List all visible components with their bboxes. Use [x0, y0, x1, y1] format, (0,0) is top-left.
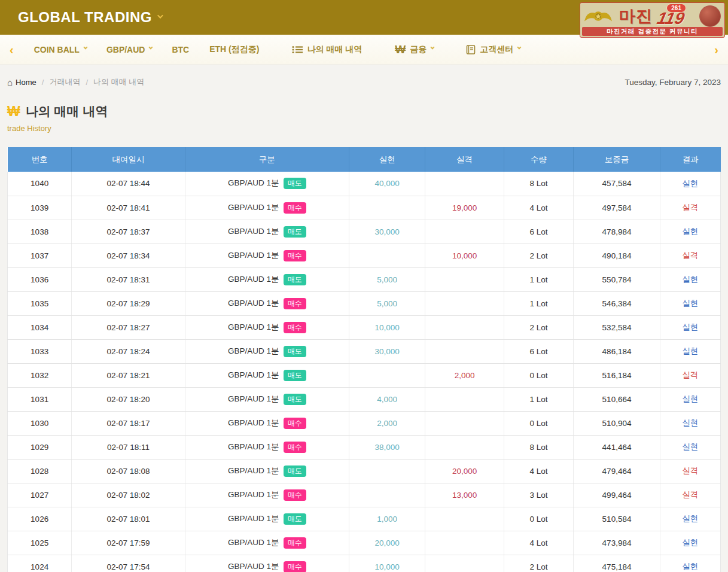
cell-realized [349, 459, 425, 483]
brand-menu[interactable]: GLOBAL TRADING [18, 9, 162, 26]
cell-datetime: 02-07 17:54 [72, 555, 185, 572]
product-label: GBP/AUD 1분 [228, 227, 279, 236]
table-row: 103902-07 18:41GBP/AUD 1분매수19,0004 Lot49… [8, 196, 721, 220]
cell-product: GBP/AUD 1분매도 [185, 339, 349, 363]
cell-quantity: 1 Lot [504, 267, 574, 291]
sell-badge: 매도 [284, 346, 306, 357]
trade-table-body: 104002-07 18:44GBP/AUD 1분매도40,0008 Lot45… [8, 172, 721, 572]
cell-result: 실격 [660, 483, 720, 507]
table-row: 103602-07 18:31GBP/AUD 1분매도5,0001 Lot550… [8, 267, 721, 291]
nav-item-label: ETH (점검중) [209, 44, 259, 55]
cell-datetime: 02-07 18:20 [72, 387, 185, 411]
col-header-result: 결과 [660, 147, 720, 172]
table-row: 103802-07 18:37GBP/AUD 1분매도30,0006 Lot47… [8, 220, 721, 244]
cell-datetime: 02-07 18:02 [72, 483, 185, 507]
nav-item-trade-history[interactable]: 나의 매매 내역 [292, 44, 362, 55]
cell-deposit: 499,464 [574, 483, 660, 507]
cell-deposit: 441,464 [574, 435, 660, 459]
breadcrumb-separator: / [86, 78, 88, 87]
cell-realized [349, 483, 425, 507]
nav-scroll-left-icon[interactable]: ‹ [7, 44, 16, 56]
table-row: 103402-07 18:27GBP/AUD 1분매수10,0002 Lot53… [8, 315, 721, 339]
cell-result: 실현 [660, 339, 720, 363]
chevron-down-icon [431, 45, 435, 50]
cell-no: 1034 [8, 315, 72, 339]
cell-datetime: 02-07 18:31 [72, 267, 185, 291]
cell-disqualified [425, 172, 504, 196]
nav-item-btc[interactable]: BTC [172, 45, 189, 54]
buy-badge: 매수 [284, 442, 306, 453]
cell-no: 1036 [8, 267, 72, 291]
cell-deposit: 497,584 [574, 196, 660, 220]
cell-product: GBP/AUD 1분매수 [185, 196, 349, 220]
cell-no: 1031 [8, 387, 72, 411]
cell-no: 1033 [8, 339, 72, 363]
col-header-no: 번호 [8, 147, 72, 172]
main-nav: ‹ COIN BALL GBP/AUD BTC ETH (점검중) 나의 매매 … [0, 35, 728, 65]
nav-item-gbpaud[interactable]: GBP/AUD [106, 45, 152, 54]
cell-quantity: 3 Lot [504, 483, 574, 507]
chevron-down-icon [83, 45, 87, 50]
cell-realized: 38,000 [349, 435, 425, 459]
cell-quantity: 8 Lot [504, 172, 574, 196]
promo-banner[interactable]: 마진 119 261 마진거래 검증전문 커뮤니티 [580, 2, 725, 38]
cell-realized: 10,000 [349, 315, 425, 339]
cell-quantity: 6 Lot [504, 339, 574, 363]
cell-no: 1026 [8, 507, 72, 531]
buy-badge: 매수 [284, 537, 306, 549]
cell-result: 실현 [660, 387, 720, 411]
cell-datetime: 02-07 18:24 [72, 339, 185, 363]
cell-result: 실현 [660, 507, 720, 531]
trade-table-wrap: 번호 대여일시 구분 실현 실격 수량 보증금 결과 104002-07 18:… [0, 133, 728, 572]
sell-badge: 매도 [284, 394, 306, 405]
sell-badge: 매도 [284, 178, 306, 189]
cell-deposit: 475,184 [574, 555, 660, 572]
product-label: GBP/AUD 1분 [228, 562, 279, 571]
cell-quantity: 4 Lot [504, 459, 574, 483]
cell-quantity: 0 Lot [504, 411, 574, 435]
cell-disqualified [425, 411, 504, 435]
buy-badge: 매수 [284, 202, 306, 214]
breadcrumb-home-label: Home [16, 78, 36, 87]
cell-quantity: 8 Lot [504, 435, 574, 459]
cell-result: 실현 [660, 172, 720, 196]
cell-deposit: 457,584 [574, 172, 660, 196]
cell-disqualified: 2,000 [425, 363, 504, 387]
nav-item-finance[interactable]: ₩ 금융 [395, 44, 433, 55]
breadcrumb-trades-link[interactable]: 거래내역 [49, 77, 80, 87]
breadcrumb-home-link[interactable]: ⌂ Home [7, 77, 36, 87]
book-icon [466, 45, 476, 54]
cell-realized: 10,000 [349, 555, 425, 572]
col-header-quantity: 수량 [504, 147, 574, 172]
cell-disqualified [425, 555, 504, 572]
breadcrumb-current: 나의 매매 내역 [93, 77, 144, 87]
table-row: 103702-07 18:34GBP/AUD 1분매수10,0002 Lot49… [8, 244, 721, 267]
nav-scroll-right-icon[interactable]: › [712, 44, 721, 56]
cell-realized: 1,000 [349, 507, 425, 531]
cell-quantity: 4 Lot [504, 531, 574, 555]
cell-product: GBP/AUD 1분매수 [185, 435, 349, 459]
promo-title: 마진 [619, 5, 653, 27]
chevron-down-icon [157, 13, 163, 19]
cell-result: 실현 [660, 435, 720, 459]
cell-realized: 20,000 [349, 531, 425, 555]
product-label: GBP/AUD 1분 [228, 394, 279, 403]
table-row: 102402-07 17:54GBP/AUD 1분매수10,0002 Lot47… [8, 555, 721, 572]
cell-no: 1040 [8, 172, 72, 196]
avatar [699, 5, 721, 27]
nav-item-label: 고객센터 [480, 44, 513, 55]
table-row: 102502-07 17:59GBP/AUD 1분매수20,0004 Lot47… [8, 531, 721, 555]
cell-datetime: 02-07 18:11 [72, 435, 185, 459]
page-title-text: 나의 매매 내역 [26, 103, 108, 120]
cell-deposit: 486,184 [574, 339, 660, 363]
breadcrumb-separator: / [42, 78, 44, 87]
nav-item-eth[interactable]: ETH (점검중) [209, 44, 259, 55]
cell-result: 실격 [660, 363, 720, 387]
nav-item-coinball[interactable]: COIN BALL [34, 45, 86, 54]
cell-product: GBP/AUD 1분매수 [185, 315, 349, 339]
cell-no: 1037 [8, 244, 72, 267]
cell-result: 실현 [660, 267, 720, 291]
page-title: ₩ 나의 매매 내역 [7, 103, 721, 120]
nav-item-support[interactable]: 고객센터 [466, 44, 520, 55]
cell-product: GBP/AUD 1분매도 [185, 387, 349, 411]
